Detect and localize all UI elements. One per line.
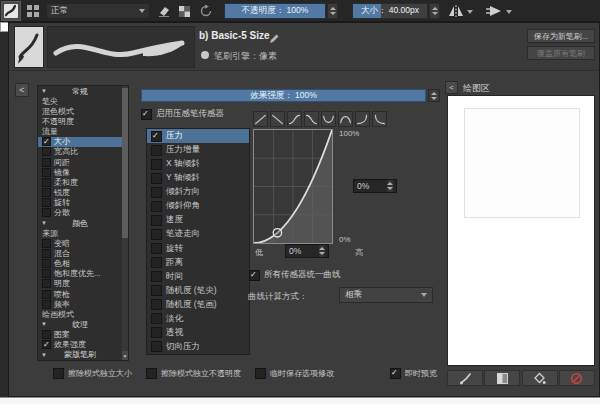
curve-preset-button[interactable] [372, 111, 387, 127]
option-checkbox[interactable] [42, 147, 51, 156]
sensor-row[interactable]: X 轴倾斜 [147, 157, 249, 171]
preset-thumbnail[interactable] [14, 26, 44, 68]
curve-preset-button[interactable] [355, 111, 370, 127]
sensor-checkbox[interactable] [151, 243, 162, 254]
sensor-row[interactable]: 笔迹走向 [147, 227, 249, 241]
curve-y-value-spinbox[interactable]: 0% [353, 179, 397, 193]
brush-option-row[interactable]: ▼ 蒙版笔刷 [38, 350, 122, 360]
scratchpad-paint-button[interactable] [447, 370, 483, 386]
brush-option-row[interactable]: 大小 [38, 137, 122, 147]
footer-checkbox[interactable] [255, 368, 266, 379]
curve-preset-button[interactable] [253, 111, 268, 127]
scroll-down-button[interactable]: ▼ [122, 351, 128, 360]
sensor-checkbox[interactable] [151, 341, 162, 352]
footer-checkbox[interactable] [390, 368, 401, 379]
sensor-row[interactable]: 距离 [147, 256, 249, 270]
edit-name-button[interactable] [269, 30, 281, 42]
opacity-spinner[interactable] [327, 3, 338, 19]
size-spinner[interactable] [429, 3, 440, 19]
brush-option-row[interactable]: ▼ 纹理 [38, 319, 122, 329]
sensor-checkbox[interactable] [151, 285, 162, 296]
footer-checkbox-item[interactable]: 临时保存选项修改 [255, 368, 334, 379]
brush-option-row[interactable]: 柔和度 [38, 177, 122, 187]
section-collapse-icon[interactable]: ▼ [41, 88, 47, 94]
curve-preset-button[interactable] [287, 111, 302, 127]
option-checkbox[interactable] [42, 340, 51, 349]
option-checkbox[interactable] [42, 269, 51, 278]
brush-option-row[interactable]: 不透明度 [38, 116, 122, 126]
sensor-checkbox[interactable] [151, 327, 162, 338]
option-checkbox[interactable] [42, 249, 51, 258]
brush-option-row[interactable]: 色相 [38, 259, 122, 269]
mirror-tool-button[interactable] [446, 3, 465, 19]
option-checkbox[interactable] [42, 239, 51, 248]
brush-option-row[interactable]: ▼ 颜色 [38, 218, 122, 228]
brush-option-row[interactable]: ▼ 常规 [38, 86, 122, 96]
save-new-brush-button[interactable]: 保存为新笔刷... [527, 29, 595, 43]
spinbox-arrows[interactable] [319, 245, 325, 257]
brush-option-row[interactable]: 宽高比 [38, 147, 122, 157]
option-checkbox[interactable] [42, 137, 51, 146]
pressure-curve-editor[interactable] [253, 129, 333, 244]
option-checkbox[interactable] [42, 259, 51, 268]
brush-option-row[interactable]: 频率 [38, 299, 122, 309]
sensor-row[interactable]: 压力增量 [147, 143, 249, 157]
option-checkbox[interactable] [42, 178, 51, 187]
curve-point-handle[interactable] [273, 229, 281, 237]
brush-option-row[interactable]: 饱和度优先... [38, 269, 122, 279]
curve-preset-button[interactable] [270, 111, 285, 127]
option-checkbox[interactable] [42, 279, 51, 288]
brush-option-row[interactable]: 流量 [38, 127, 122, 137]
brush-option-row[interactable]: 明度 [38, 279, 122, 289]
brush-option-row[interactable]: 锐度 [38, 187, 122, 197]
preserve-alpha-button[interactable] [176, 3, 192, 19]
sensor-row[interactable]: 压力 [147, 129, 249, 143]
sensor-checkbox[interactable] [151, 173, 162, 184]
sensor-row[interactable]: 透视 [147, 326, 249, 340]
scratchpad-clear-button[interactable] [559, 370, 595, 386]
overwrite-brush-button[interactable]: 覆盖原有笔刷 [527, 46, 595, 60]
spinbox-arrows[interactable] [387, 180, 393, 192]
share-curve-checkbox[interactable] [249, 270, 260, 281]
scratchpad-fill-button[interactable] [522, 370, 558, 386]
sensor-checkbox[interactable] [151, 299, 162, 310]
sensor-row[interactable]: 倾斜仰角 [147, 199, 249, 213]
footer-checkbox[interactable] [146, 368, 157, 379]
section-collapse-icon[interactable]: ▼ [41, 352, 47, 358]
brush-option-row[interactable]: 效果强度 [38, 340, 122, 350]
brush-option-row[interactable]: 来源 [38, 228, 122, 238]
sensor-checkbox[interactable] [151, 145, 162, 156]
enable-pen-settings-checkbox[interactable] [141, 109, 152, 120]
sensor-checkbox[interactable] [151, 257, 162, 268]
sensor-row[interactable]: 旋转 [147, 242, 249, 256]
sensor-row[interactable]: 速度 [147, 213, 249, 227]
curve-preset-button[interactable] [321, 111, 336, 127]
footer-checkbox[interactable] [53, 368, 64, 379]
brush-option-row[interactable]: 绘画模式 [38, 309, 122, 319]
brush-option-row[interactable]: 间距 [38, 157, 122, 167]
brush-option-row[interactable]: 图案 [38, 330, 122, 340]
share-curve-row[interactable]: 所有传感器统一曲线 [249, 269, 341, 281]
sensor-row[interactable]: 随机度 (笔画) [147, 298, 249, 312]
size-slider[interactable]: 大小： 40.00px [352, 3, 428, 19]
brush-preset-button[interactable] [1, 1, 21, 21]
eraser-mode-button[interactable] [156, 3, 172, 19]
sensor-row[interactable]: 切向压力 [147, 340, 249, 354]
options-scrollbar[interactable]: ▼ [122, 86, 128, 360]
collapse-scratchpad-button[interactable]: < [445, 81, 458, 94]
option-checkbox[interactable] [42, 168, 51, 177]
sensor-checkbox[interactable] [151, 201, 162, 212]
curve-preset-button[interactable] [304, 111, 319, 127]
brush-option-row[interactable]: 混色模式 [38, 106, 122, 116]
scratchpad-canvas[interactable] [447, 95, 595, 366]
option-checkbox[interactable] [42, 188, 51, 197]
sensor-row[interactable]: Y 轴倾斜 [147, 171, 249, 185]
section-collapse-icon[interactable]: ▼ [41, 321, 47, 327]
option-checkbox[interactable] [42, 290, 51, 299]
strength-spinner[interactable] [428, 89, 440, 102]
chevron-down-icon[interactable] [506, 10, 512, 14]
scrollbar-thumb[interactable] [122, 88, 128, 238]
collapse-presets-button[interactable]: < [15, 83, 29, 97]
sensor-checkbox[interactable] [151, 313, 162, 324]
sensor-row[interactable]: 倾斜方向 [147, 185, 249, 199]
